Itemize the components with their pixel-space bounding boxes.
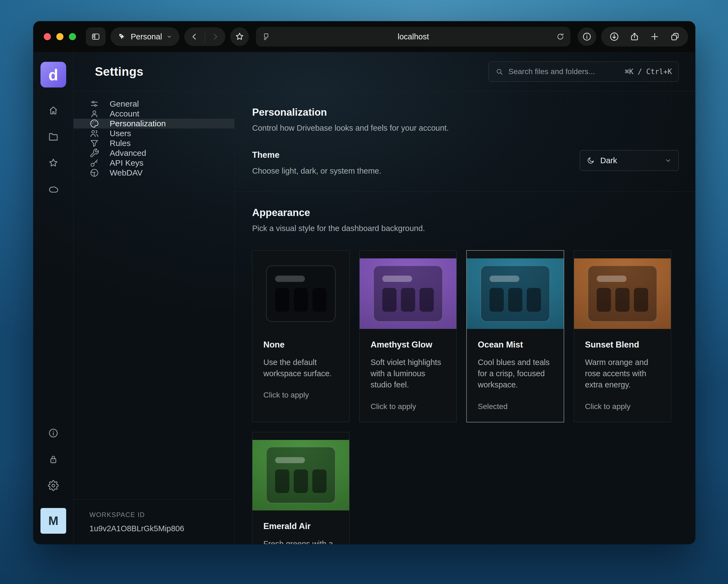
theme-label: Theme <box>252 150 381 160</box>
section-heading: Personalization <box>252 107 679 118</box>
preview-tile <box>275 288 289 312</box>
sidebar-item-label: WebDAV <box>110 168 143 178</box>
sidebar-toggle-button[interactable] <box>86 27 106 46</box>
rail-cloud-icon[interactable] <box>48 184 59 195</box>
card-description: Cool blues and teals for a crisp, focuse… <box>478 357 553 391</box>
minimize-window-button[interactable] <box>56 33 63 40</box>
avatar[interactable]: M <box>41 508 66 534</box>
rail-folder-icon[interactable] <box>48 131 59 142</box>
chevron-right-icon <box>211 32 220 41</box>
share-button[interactable] <box>626 28 643 45</box>
rail-lock-icon[interactable] <box>48 454 59 465</box>
rail-info-icon[interactable] <box>48 428 59 439</box>
preview-tile <box>382 288 396 312</box>
chevron-down-icon <box>166 34 172 39</box>
mini-dashboard-preview <box>266 265 336 322</box>
card-description: Soft violet highlights with a luminous s… <box>370 357 445 391</box>
download-icon <box>609 31 619 42</box>
appearance-card-amethyst[interactable]: Amethyst GlowSoft violet highlights with… <box>359 250 457 422</box>
appearance-subheading: Pick a visual style for the dashboard ba… <box>252 224 679 233</box>
app-logo[interactable]: d <box>41 62 66 87</box>
sidebar-item-advanced[interactable]: Advanced <box>74 148 234 158</box>
card-text: Amethyst GlowSoft violet highlights with… <box>360 329 457 422</box>
forward-button[interactable] <box>205 27 225 46</box>
tab-overview-button[interactable] <box>666 28 684 45</box>
rail-home-icon[interactable] <box>48 105 59 116</box>
card-description: Fresh greens with a calm layered backgro… <box>263 538 338 544</box>
preview-tile <box>401 288 415 312</box>
appearance-card-sunset[interactable]: Sunset BlendWarm orange and rose accents… <box>574 250 671 422</box>
sidebar-item-rules[interactable]: Rules <box>74 138 234 148</box>
icon-rail: d M <box>33 52 74 544</box>
plus-icon <box>650 31 660 42</box>
global-search-input[interactable]: Search files and folders... ⌘K / Ctrl+K <box>489 61 679 82</box>
sidebar-item-account[interactable]: Account <box>74 109 234 119</box>
preview-tile <box>312 470 326 493</box>
theme-select[interactable]: Dark <box>580 150 679 171</box>
card-title: None <box>263 340 338 350</box>
rail-gear-icon[interactable] <box>48 480 59 491</box>
theme-setting-info: Theme Choose light, dark, or system them… <box>252 150 381 176</box>
address-bar[interactable]: localhost <box>256 27 570 47</box>
preview-tile <box>508 288 522 312</box>
star-icon <box>235 32 244 42</box>
preview-tile <box>294 470 308 493</box>
rocket-icon <box>118 32 126 41</box>
sidebar-item-users[interactable]: Users <box>74 129 234 138</box>
sidebar-item-label: Rules <box>110 139 131 148</box>
rail-star-icon[interactable] <box>48 158 59 168</box>
workspace-id-label: WORKSPACE ID <box>89 511 218 519</box>
preview-tiles <box>490 288 541 312</box>
card-title: Sunset Blend <box>585 340 660 350</box>
page-format-icon <box>262 32 270 41</box>
preview-tile <box>597 288 611 312</box>
preview-tiles <box>382 288 434 312</box>
preview-tile <box>275 470 289 493</box>
sidebar-item-label: Account <box>110 109 139 118</box>
card-title: Emerald Air <box>263 522 338 531</box>
preview-tile <box>419 288 434 312</box>
card-status: Click to apply <box>263 391 338 399</box>
zoom-window-button[interactable] <box>69 33 76 40</box>
sidebar-item-personalization[interactable]: Personalization <box>74 119 234 129</box>
appearance-card-ocean[interactable]: Ocean MistCool blues and teals for a cri… <box>466 250 564 422</box>
new-tab-button[interactable] <box>646 28 664 45</box>
profile-menu-button[interactable]: Personal <box>110 27 179 46</box>
desktop-background: Personal localhost <box>0 0 728 584</box>
card-text: NoneUse the default workspace surface.Cl… <box>253 329 349 410</box>
tabs-icon <box>670 31 680 42</box>
card-status: Selected <box>478 402 553 411</box>
browser-window: Personal localhost <box>33 21 695 544</box>
preview-tile <box>527 288 541 312</box>
back-button[interactable] <box>184 27 205 46</box>
browser-titlebar: Personal localhost <box>33 21 695 52</box>
workspace-info: WORKSPACE ID 1u9v2A1O8BLrGk5Mip806 <box>74 499 234 544</box>
sidebar-item-label: Users <box>110 129 131 138</box>
url-text: localhost <box>270 32 556 41</box>
preview-tile <box>294 288 308 312</box>
preview-tile <box>615 288 629 312</box>
downloads-button[interactable] <box>605 28 623 45</box>
theme-swatch-amethyst <box>360 258 457 329</box>
reload-button[interactable] <box>556 32 565 41</box>
search-placeholder: Search files and folders... <box>509 67 595 76</box>
appearance-heading: Appearance <box>252 207 679 218</box>
theme-setting-row: Theme Choose light, dark, or system them… <box>252 150 679 191</box>
close-window-button[interactable] <box>44 33 51 40</box>
appearance-card-emerald[interactable]: Emerald AirFresh greens with a calm laye… <box>252 432 349 544</box>
personalization-section: Personalization Control how Drivebase lo… <box>235 91 695 191</box>
settings-content: Personalization Control how Drivebase lo… <box>235 91 695 544</box>
search-icon <box>495 68 503 76</box>
sidebar-item-general[interactable]: General <box>74 99 234 109</box>
toolbar-actions <box>601 27 688 47</box>
sidebar-item-label: Personalization <box>110 119 166 128</box>
app-header: Settings Search files and folders... ⌘K … <box>74 52 695 91</box>
reload-icon <box>556 32 565 41</box>
appearance-card-none[interactable]: NoneUse the default workspace surface.Cl… <box>252 250 349 422</box>
preview-titlebar-pill <box>275 457 305 463</box>
page-info-button[interactable] <box>578 27 596 46</box>
bookmark-button[interactable] <box>230 27 249 46</box>
sidebar-item-webdav[interactable]: WebDAV <box>74 168 234 178</box>
mini-dashboard-preview <box>588 265 657 322</box>
sidebar-item-api-keys[interactable]: API Keys <box>74 158 234 168</box>
